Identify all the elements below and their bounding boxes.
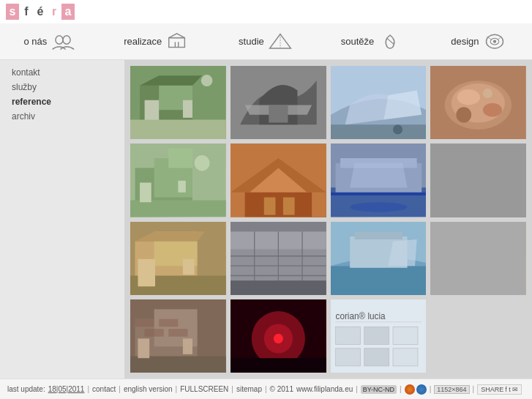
nav-studie[interactable]: studie	[239, 31, 293, 53]
gallery-item-4[interactable]	[430, 66, 526, 139]
svg-rect-17	[145, 100, 160, 124]
svg-marker-43	[231, 158, 326, 193]
footer-copyright: © 2011	[270, 385, 293, 393]
gallery-item-11[interactable]	[331, 222, 427, 295]
svg-point-28	[445, 81, 512, 130]
gallery-item-8[interactable]	[430, 143, 526, 217]
sidebar-archiv[interactable]: archiv	[12, 111, 113, 122]
svg-rect-27	[430, 66, 526, 139]
footer-sitemap[interactable]: sitemap	[236, 385, 262, 393]
svg-point-21	[201, 75, 213, 86]
svg-point-29	[452, 83, 505, 122]
svg-rect-73	[331, 266, 427, 295]
svg-point-31	[483, 103, 502, 117]
svg-rect-37	[168, 149, 192, 168]
svg-rect-80	[130, 356, 226, 373]
svg-rect-54	[430, 143, 526, 217]
gallery-item-16	[430, 299, 526, 373]
svg-rect-14	[130, 66, 226, 139]
header: s f é r a	[0, 0, 532, 23]
svg-point-40	[195, 155, 210, 171]
gallery-item-2[interactable]	[231, 66, 326, 139]
svg-rect-63	[231, 246, 326, 285]
nav-o-nas[interactable]: o nás	[23, 31, 76, 53]
footer-share-button[interactable]: SHARE f t ✉	[477, 384, 522, 395]
svg-point-53	[350, 202, 407, 212]
svg-rect-46	[264, 198, 276, 215]
gallery-item-7[interactable]	[331, 143, 427, 217]
svg-point-90	[274, 334, 283, 343]
footer-last-update-date: 18|05|2011	[48, 385, 85, 393]
svg-rect-74	[350, 236, 407, 268]
svg-rect-35	[135, 168, 192, 212]
svg-rect-15	[140, 86, 192, 130]
svg-point-32	[457, 107, 472, 122]
gallery-item-10[interactable]	[231, 222, 326, 295]
gallery-item-6[interactable]	[231, 143, 326, 217]
footer-cc-badge: BY-NC-ND	[361, 385, 397, 394]
gallery: corian® lucia	[124, 60, 532, 379]
svg-rect-48	[331, 143, 427, 217]
svg-rect-85	[138, 338, 149, 358]
logo-s: s	[6, 4, 19, 20]
nav-design-label: design	[451, 36, 479, 47]
svg-marker-3	[169, 33, 185, 37]
svg-rect-52	[331, 193, 427, 195]
svg-rect-95	[335, 327, 360, 344]
svg-line-13	[498, 37, 502, 40]
svg-marker-61	[135, 231, 205, 241]
logo-a: a	[61, 4, 75, 20]
svg-rect-98	[335, 348, 360, 366]
nav-design[interactable]: design	[451, 31, 508, 53]
svg-rect-76	[430, 222, 526, 295]
gallery-item-15[interactable]: corian® lucia	[331, 299, 427, 373]
svg-rect-42	[231, 143, 326, 217]
svg-rect-34	[130, 143, 226, 217]
footer-fullscreen[interactable]: FULLSCREEN	[180, 385, 228, 393]
svg-marker-44	[250, 168, 307, 193]
footer-website[interactable]: www.filiplanda.eu	[296, 385, 353, 393]
footer-contact[interactable]: contact	[92, 385, 116, 393]
svg-rect-100	[392, 348, 417, 366]
svg-rect-38	[130, 201, 226, 217]
svg-point-89	[264, 324, 293, 353]
gallery-item-14[interactable]	[231, 299, 326, 373]
gallery-item-3[interactable]	[331, 66, 427, 139]
svg-rect-86	[183, 338, 192, 354]
nav-design-icon	[482, 31, 508, 53]
svg-rect-2	[169, 37, 185, 47]
svg-rect-75	[354, 231, 402, 239]
gallery-item-13[interactable]	[130, 299, 226, 373]
gallery-item-12[interactable]	[430, 222, 526, 295]
firefox-icon	[405, 384, 415, 395]
svg-rect-57	[154, 231, 198, 266]
nav-o-nas-icon	[50, 31, 76, 53]
content: kontakt služby reference archiv	[0, 60, 532, 379]
svg-line-8	[386, 37, 394, 44]
logo-r: r	[48, 4, 61, 20]
svg-point-26	[392, 124, 402, 134]
gallery-item-5[interactable]	[130, 143, 226, 217]
footer-english[interactable]: english version	[124, 385, 173, 393]
svg-rect-96	[364, 327, 389, 344]
nav-studie-icon	[267, 31, 293, 53]
gallery-item-9[interactable]	[130, 222, 226, 295]
sidebar-kontakt[interactable]: kontakt	[12, 67, 113, 78]
svg-rect-72	[331, 222, 427, 295]
nav-o-nas-label: o nás	[23, 36, 47, 47]
gallery-item-1[interactable]	[130, 66, 226, 139]
nav-realizace[interactable]: realizace	[124, 31, 191, 53]
sidebar-reference[interactable]: reference	[12, 97, 113, 107]
sidebar-sluzby[interactable]: služby	[12, 82, 113, 92]
svg-rect-24	[331, 66, 427, 139]
nav-souteze-label: soutěže	[341, 36, 375, 47]
main-nav: o nás realizace studie soutěže desig	[0, 23, 532, 60]
svg-rect-56	[135, 241, 198, 290]
svg-rect-60	[183, 258, 195, 274]
svg-rect-77	[130, 299, 226, 373]
svg-rect-22	[231, 66, 326, 139]
svg-rect-81	[135, 318, 154, 327]
svg-point-0	[56, 35, 63, 44]
nav-realizace-label: realizace	[124, 36, 162, 47]
nav-souteze[interactable]: soutěže	[341, 31, 404, 53]
